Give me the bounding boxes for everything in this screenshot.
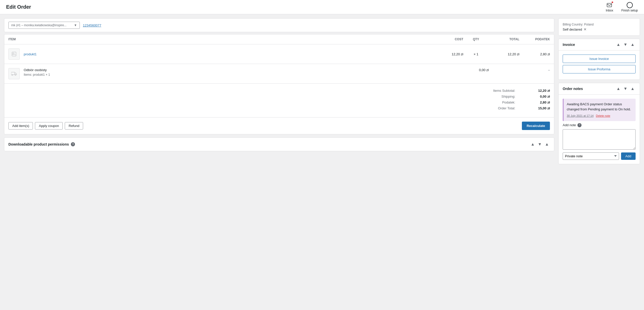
invoice-chevron-down[interactable]: ▼ xyxy=(622,42,628,47)
note-meta: 30 July 2021 at 17:14 Delete note xyxy=(567,114,633,118)
downloadable-controls: ▲ ▼ ▲ xyxy=(530,142,550,147)
order-notes-collapse[interactable]: ▲ xyxy=(629,86,636,91)
add-note-label: Add note ? xyxy=(563,123,636,127)
add-note-button[interactable]: Add xyxy=(621,152,636,160)
svg-rect-3 xyxy=(11,72,15,75)
product-qty: × 1 xyxy=(463,52,489,56)
finish-setup-action[interactable]: Finish setup xyxy=(621,2,638,12)
top-bar-actions: Inbox Finish setup xyxy=(606,2,638,12)
tax-row: Podatek: 2,80 zł xyxy=(8,100,550,104)
add-note-footer: Private note Note to customer Add xyxy=(563,152,636,160)
note-text: Awaiting BACS payment Order status chang… xyxy=(567,102,633,112)
customer-select[interactable]: mk (#1 – monika.kwiatkowska@inspire... ▼ xyxy=(8,22,80,29)
tax-label: Podatek: xyxy=(468,100,519,104)
order-notes-chevron-down[interactable]: ▼ xyxy=(622,86,628,91)
setup-icon xyxy=(627,2,633,8)
tax-value: 2,80 zł xyxy=(519,100,550,104)
items-table-card: Item Cost Qty Total Podatek produkt1 xyxy=(4,34,554,134)
add-note-textarea[interactable] xyxy=(563,129,636,150)
add-items-button[interactable]: Add item(s) xyxy=(8,122,33,130)
downloadable-collapse[interactable]: ▲ xyxy=(544,142,550,147)
col-header-cost: Cost xyxy=(433,37,463,41)
shipping-name: Odbiór osobisty xyxy=(24,68,463,72)
product-name-cell: produkt1 xyxy=(24,52,433,56)
finish-setup-label: Finish setup xyxy=(621,9,638,12)
invoice-panel-title: Invoice xyxy=(563,43,575,47)
billing-panel: Billing Country: Poland Self declared ✕ xyxy=(558,18,640,36)
inbox-label: Inbox xyxy=(606,9,613,12)
product-thumbnail xyxy=(8,48,20,60)
shipping-icon xyxy=(8,68,20,79)
order-total-label: Order Total: xyxy=(468,106,519,110)
order-link[interactable]: 1234560077 xyxy=(83,23,101,27)
invoice-panel: Invoice ▲ ▼ ▲ Issue Invoice Issue Profor… xyxy=(558,39,640,80)
inbox-action[interactable]: Inbox xyxy=(606,2,613,12)
order-notes-controls: ▲ ▼ ▲ xyxy=(615,86,636,91)
subtotal-row: Items Subtotal: 12,20 zł xyxy=(8,89,550,93)
note-timestamp: 30 July 2021 at 17:14 xyxy=(567,114,594,117)
invoice-panel-controls: ▲ ▼ ▲ xyxy=(615,42,636,47)
self-declared-remove[interactable]: ✕ xyxy=(584,27,587,31)
note-entry: Awaiting BACS payment Order status chang… xyxy=(563,99,636,121)
svg-point-4 xyxy=(12,74,13,75)
customer-select-chevron: ▼ xyxy=(74,23,77,27)
invoice-chevron-up[interactable]: ▲ xyxy=(615,42,621,47)
sidebar: Billing Country: Poland Self declared ✕ … xyxy=(558,18,640,306)
issue-proforma-button[interactable]: Issue Proforma xyxy=(563,65,636,73)
note-type-select[interactable]: Private note Note to customer xyxy=(563,152,619,160)
invoice-panel-body: Issue Invoice Issue Proforma xyxy=(559,50,640,80)
svg-rect-1 xyxy=(12,52,16,56)
order-notes-chevron-up[interactable]: ▲ xyxy=(615,86,621,91)
invoice-panel-header: Invoice ▲ ▼ ▲ xyxy=(559,39,640,50)
inbox-badge xyxy=(611,1,614,4)
col-header-podatek: Podatek xyxy=(519,37,550,41)
inbox-icon-wrap xyxy=(607,2,613,8)
order-notes-panel-header: Order notes ▲ ▼ ▲ xyxy=(559,83,640,95)
product-tax: 2,80 zł xyxy=(519,52,550,56)
action-left: Add item(s) Apply coupon Refund xyxy=(8,122,83,130)
shipping-tax: – xyxy=(519,68,550,72)
shipping-items: Items: produkt1 × 1 xyxy=(24,73,463,76)
product-row: produkt1 12,20 zł × 1 12,20 zł 2,80 zł xyxy=(4,44,554,64)
issue-invoice-button[interactable]: Issue Invoice xyxy=(563,55,636,63)
top-bar: Edit Order Inbox Finish setup xyxy=(0,0,644,14)
shipping-info: Odbiór osobisty Items: produkt1 × 1 xyxy=(24,68,463,76)
col-header-qty: Qty xyxy=(463,37,489,41)
order-total-value: 15,00 zł xyxy=(519,106,550,110)
delete-note-link[interactable]: Delete note xyxy=(596,114,610,117)
order-notes-panel-body: Awaiting BACS payment Order status chang… xyxy=(559,95,640,164)
order-total-row: Order Total: 15,00 zł xyxy=(8,106,550,110)
shipping-total-label: Shipping: xyxy=(468,95,519,98)
main-content: mk (#1 – monika.kwiatkowska@inspire... ▼… xyxy=(4,18,554,306)
downloadable-help-icon[interactable]: ? xyxy=(71,142,75,146)
svg-rect-0 xyxy=(607,3,612,7)
recalculate-button[interactable]: Recalculate xyxy=(522,122,550,130)
product-cost: 12,20 zł xyxy=(433,52,463,56)
svg-point-5 xyxy=(15,74,16,75)
refund-button[interactable]: Refund xyxy=(65,122,83,130)
product-name-link[interactable]: produkt1 xyxy=(24,52,37,56)
self-declared-text: Self declared xyxy=(563,28,582,31)
order-notes-title: Order notes xyxy=(563,87,583,91)
col-header-total: Total xyxy=(489,37,519,41)
downloadable-chevron-up[interactable]: ▲ xyxy=(530,142,536,147)
subtotal-value: 12,20 zł xyxy=(519,89,550,93)
page-title: Edit Order xyxy=(6,4,31,10)
downloadable-title: Downloadable product permissions ? xyxy=(8,142,75,146)
product-image-icon xyxy=(11,51,17,57)
order-header-row: mk (#1 – monika.kwiatkowska@inspire... ▼… xyxy=(4,18,554,32)
downloadable-title-text: Downloadable product permissions xyxy=(8,142,69,146)
shipping-items-label: Items: xyxy=(24,73,32,76)
shipping-total-value: 0,00 zł xyxy=(519,95,550,98)
invoice-collapse[interactable]: ▲ xyxy=(629,42,636,47)
add-note-help-icon[interactable]: ? xyxy=(577,123,582,127)
order-notes-panel: Order notes ▲ ▼ ▲ Awaiting BACS payment … xyxy=(558,83,640,164)
col-header-item: Item xyxy=(8,37,433,41)
subtotal-label: Items Subtotal: xyxy=(468,89,519,93)
items-table-header: Item Cost Qty Total Podatek xyxy=(4,34,554,44)
shipping-total-row: Shipping: 0,00 zł xyxy=(8,95,550,98)
customer-select-text: mk (#1 – monika.kwiatkowska@inspire... xyxy=(11,23,67,27)
downloadable-chevron-down[interactable]: ▼ xyxy=(537,142,543,147)
apply-coupon-button[interactable]: Apply coupon xyxy=(35,122,63,130)
billing-panel-body: Billing Country: Poland Self declared ✕ xyxy=(559,19,640,35)
